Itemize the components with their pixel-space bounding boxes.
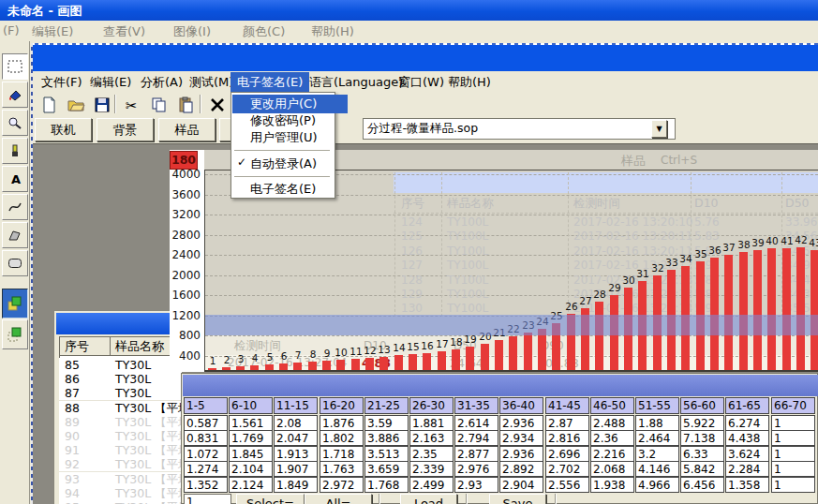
distribution-cell[interactable]: 4.438	[725, 430, 769, 446]
app-menu-file[interactable]: 文件(F)	[41, 74, 82, 91]
distribution-cell[interactable]: 2.488	[590, 415, 634, 431]
sample-list-row[interactable]: 87TY30L	[59, 386, 183, 401]
paint-menu-edit[interactable]: 编辑(E)	[32, 23, 73, 40]
sample-list-row[interactable]: 92TY30L 【平均】	[59, 457, 183, 472]
distribution-cell[interactable]: 1.561	[229, 415, 273, 431]
all-button[interactable]: All=	[305, 494, 372, 504]
distribution-titlebar[interactable]	[183, 375, 818, 396]
distribution-cell[interactable]: 2.35	[409, 446, 454, 462]
open-button[interactable]	[65, 95, 87, 115]
save-button[interactable]: Save	[489, 494, 546, 504]
distribution-cell[interactable]: 1.768	[364, 477, 409, 493]
distribution-cell[interactable]: 1.769	[229, 430, 273, 446]
distribution-cell[interactable]: 3.59	[364, 415, 409, 431]
menu-item-change-password[interactable]: 修改密码(P)	[232, 111, 348, 130]
distribution-cell[interactable]: 2.934	[499, 430, 543, 446]
distribution-cell[interactable]: 6.274	[725, 415, 769, 431]
distribution-cell[interactable]: 2.08	[274, 415, 318, 431]
distribution-cell[interactable]: 2.36	[590, 430, 634, 446]
distribution-cell[interactable]: 2.794	[454, 430, 498, 446]
text-tool[interactable]: A	[2, 166, 28, 192]
magnifier-tool[interactable]	[2, 110, 28, 136]
selection-opaque-option[interactable]	[2, 289, 28, 319]
distribution-cell[interactable]: 1.913	[274, 446, 318, 462]
distribution-cell[interactable]: 2.936	[499, 446, 543, 462]
sop-combobox-arrow[interactable]: ▼	[651, 120, 667, 138]
paste-button[interactable]	[175, 95, 198, 115]
distribution-cell[interactable]: 2.93	[454, 477, 498, 493]
distribution-cell[interactable]: 2.556	[545, 477, 589, 493]
distribution-cell[interactable]: 1	[771, 430, 815, 446]
distribution-cell[interactable]: 3.513	[364, 446, 409, 462]
polygon-tool[interactable]	[2, 222, 28, 248]
distribution-cell[interactable]: 6.456	[680, 477, 724, 493]
paint-menu-image[interactable]: 图像(I)	[173, 23, 211, 40]
paint-menu-file[interactable]: (F)	[3, 23, 20, 37]
distribution-cell[interactable]: 1.845	[229, 446, 273, 462]
distribution-cell[interactable]: 2.904	[499, 477, 543, 493]
distribution-cell[interactable]: 7.138	[680, 430, 724, 446]
menu-item-change-user[interactable]: 更改用户(C)	[232, 95, 348, 113]
distribution-cell[interactable]: 3.2	[635, 446, 679, 462]
sample-list-row[interactable]: 95TY30L 【平均】	[59, 500, 183, 504]
distribution-cell[interactable]: 1.718	[320, 446, 364, 462]
sample-button[interactable]: 样品	[158, 118, 216, 141]
distribution-cell[interactable]: 1.072	[184, 446, 228, 462]
paint-menu-colors[interactable]: 颜色(C)	[243, 23, 285, 40]
distribution-cell[interactable]: 3.886	[364, 430, 409, 446]
distribution-cell[interactable]: 3.659	[364, 461, 409, 477]
app-menu-edit[interactable]: 编辑(E)	[90, 74, 131, 91]
app-menu-analysis[interactable]: 分析(A)	[141, 74, 183, 91]
distribution-cell[interactable]: 2.696	[545, 446, 589, 462]
distribution-cell[interactable]: 2.892	[499, 461, 543, 477]
fill-tool[interactable]	[2, 82, 28, 108]
distribution-cell[interactable]: 2.047	[274, 430, 318, 446]
select-button[interactable]: Select=	[236, 494, 305, 504]
distribution-cell[interactable]: 2.284	[725, 461, 769, 477]
sample-list-titlebar[interactable]	[56, 313, 180, 334]
distribution-cell[interactable]: 2.877	[454, 446, 498, 462]
sample-list-row[interactable]: 94TY30L 【平均】	[59, 486, 183, 501]
distribution-cell[interactable]: 1.274	[184, 461, 228, 477]
distribution-cell[interactable]: 1.938	[590, 477, 634, 493]
sample-list-row[interactable]: 91TY30L 【平均】	[59, 443, 183, 458]
paint-menu-help[interactable]: 帮助(H)	[311, 23, 354, 40]
distribution-cell[interactable]: 2.816	[545, 430, 589, 446]
background-button[interactable]: 背景	[97, 118, 154, 141]
sop-combobox[interactable]: 分过程-微量样品.sop	[363, 118, 676, 140]
app-menu-help[interactable]: 帮助(H)	[448, 74, 491, 91]
sample-list-row[interactable]: 86TY30L	[59, 372, 183, 387]
app-menu-test[interactable]: 测试(M)	[189, 74, 233, 91]
distribution-cell[interactable]: 2.87	[545, 415, 589, 431]
distribution-cell[interactable]: 2.499	[409, 477, 454, 493]
distribution-cell[interactable]: 2.614	[454, 415, 498, 431]
sample-list-row[interactable]: 89TY30L 【平均】	[59, 415, 183, 430]
delete-button[interactable]	[206, 95, 229, 115]
distribution-cell[interactable]: 1.352	[184, 477, 228, 493]
distribution-cell[interactable]: 1	[771, 477, 815, 493]
distribution-cell[interactable]: 2.163	[409, 430, 454, 446]
app-menu-window[interactable]: 窗口(W)	[398, 74, 444, 91]
distribution-cell[interactable]: 3.624	[725, 446, 769, 462]
distribution-cell[interactable]: 1.849	[274, 477, 318, 493]
distribution-cell[interactable]: 1.907	[274, 461, 318, 477]
distribution-cell[interactable]: 2.216	[590, 446, 634, 462]
distribution-cell[interactable]: 2.339	[409, 461, 454, 477]
distribution-cell[interactable]: 1.876	[320, 415, 364, 431]
distribution-cell[interactable]: 4.966	[635, 477, 679, 493]
distribution-cell[interactable]: 2.464	[635, 430, 679, 446]
distribution-cell[interactable]: 2.104	[229, 461, 273, 477]
sample-list-row[interactable]: 85TY30L	[59, 358, 183, 373]
selection-transparent-option[interactable]	[2, 319, 28, 349]
selection-tool[interactable]	[2, 53, 28, 80]
rounded-rect-tool[interactable]	[2, 250, 28, 276]
menu-item-auto-login[interactable]: ✓ 自动登录(A)	[232, 155, 348, 173]
distribution-cell[interactable]: 2.068	[590, 461, 634, 477]
distribution-cell[interactable]: 1	[771, 446, 815, 462]
paint-menu-view[interactable]: 查看(V)	[103, 23, 145, 40]
brush-tool[interactable]	[2, 138, 28, 164]
cut-button[interactable]: ✂	[121, 95, 143, 115]
sample-list-row[interactable]: 90TY30L 【平均】	[59, 429, 183, 444]
distribution-cell[interactable]: 2.936	[499, 415, 543, 431]
app-menu-language[interactable]: 语言(Language)	[309, 74, 403, 91]
